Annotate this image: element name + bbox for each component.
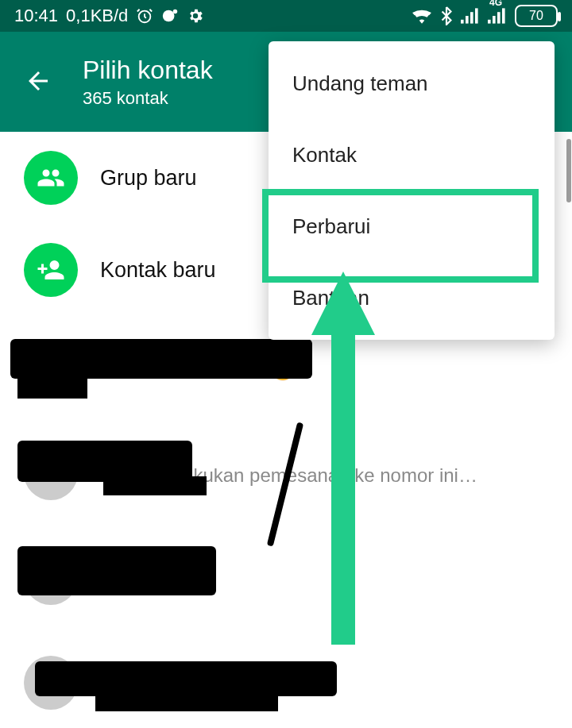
- bluetooth-icon: [440, 6, 453, 25]
- status-data-rate: 0,1KB/d: [66, 6, 128, 26]
- menu-invite-friends[interactable]: Undang teman: [269, 48, 555, 119]
- alarm-icon: [136, 7, 153, 25]
- redaction: [17, 546, 216, 595]
- page-title: Pilih kontak: [83, 56, 213, 85]
- svg-rect-3: [461, 20, 464, 24]
- status-bar: 10:41 0,1KB/d 4G 70: [0, 0, 572, 32]
- svg-rect-7: [488, 20, 491, 24]
- arrow-back-icon: [24, 67, 52, 98]
- svg-rect-5: [470, 12, 473, 23]
- redaction: [17, 367, 87, 399]
- add-contact-icon: [24, 243, 78, 297]
- menu-contacts[interactable]: Kontak: [269, 119, 555, 191]
- redaction: [103, 476, 207, 495]
- redaction: [95, 692, 278, 711]
- dnd-icon: [161, 7, 179, 25]
- group-icon: [24, 151, 78, 205]
- scrollbar-thumb[interactable]: [566, 139, 571, 202]
- status-time: 10:41: [14, 6, 58, 26]
- svg-rect-4: [466, 16, 469, 24]
- back-button[interactable]: [19, 63, 57, 101]
- svg-point-1: [163, 10, 175, 22]
- redaction: [35, 661, 337, 696]
- contact-count: 365 kontak: [83, 88, 213, 109]
- new-contact-label: Kontak baru: [100, 258, 216, 283]
- menu-refresh[interactable]: Perbarui: [269, 191, 555, 262]
- svg-rect-6: [475, 8, 478, 23]
- menu-item-label: Perbarui: [292, 214, 370, 239]
- svg-point-2: [173, 10, 178, 14]
- signal2-icon: 4G: [488, 8, 507, 24]
- battery-indicator: 70: [515, 5, 558, 27]
- settings-gear-icon: [187, 7, 204, 25]
- battery-percent: 70: [529, 9, 543, 23]
- menu-help[interactable]: Bantuan: [269, 262, 555, 333]
- wifi-icon: [412, 8, 432, 24]
- menu-item-label: Bantuan: [292, 286, 369, 310]
- svg-rect-10: [502, 8, 505, 23]
- signal-icon: [461, 8, 480, 24]
- menu-item-label: Kontak: [292, 143, 357, 168]
- svg-rect-9: [497, 12, 500, 23]
- overflow-menu: Undang teman Kontak Perbarui Bantuan: [269, 41, 555, 340]
- svg-rect-8: [493, 16, 496, 24]
- new-group-label: Grup baru: [100, 166, 197, 191]
- menu-item-label: Undang teman: [292, 71, 428, 96]
